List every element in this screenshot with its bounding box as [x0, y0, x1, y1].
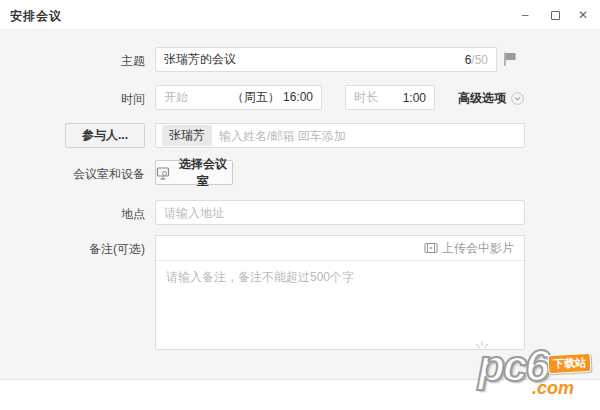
subject-input[interactable] [164, 53, 465, 67]
footer-bar: 取消 安排 [0, 379, 600, 410]
participants-button[interactable]: 参与人... [65, 123, 145, 148]
notes-toolbar: 上传会中影片 [156, 236, 524, 261]
advanced-options-link[interactable]: 高级选项 [458, 90, 524, 107]
window-title: 安排会议 [10, 8, 62, 25]
notes-field: 上传会中影片 [155, 235, 525, 350]
start-time-field[interactable]: 开始 （周五） 16:00 [155, 85, 322, 110]
notes-textarea[interactable] [156, 261, 524, 349]
location-field[interactable] [155, 200, 525, 225]
advanced-options-label: 高级选项 [458, 90, 506, 107]
upload-video-label: 上传会中影片 [442, 240, 514, 257]
select-room-label: 选择会议室 [174, 156, 232, 190]
upload-video-link[interactable]: 上传会中影片 [424, 240, 514, 257]
notes-label: 备注(可选) [60, 241, 145, 258]
location-label: 地点 [60, 206, 145, 223]
minimize-icon[interactable]: – [510, 0, 540, 30]
duration-field[interactable]: 时长 1:00 [345, 85, 435, 110]
upload-film-icon [424, 242, 438, 254]
start-time-placeholder: 开始 [164, 89, 188, 106]
close-icon[interactable]: ✕ [568, 0, 598, 30]
time-label: 时间 [60, 91, 145, 108]
duration-value: 1:00 [403, 91, 426, 105]
participants-input[interactable] [219, 129, 518, 143]
flag-icon[interactable] [502, 51, 518, 67]
meeting-room-screen-icon [156, 166, 170, 180]
chevron-down-circle-icon [511, 92, 524, 105]
participants-field[interactable]: 张瑞芳 [155, 123, 525, 148]
subject-label: 主题 [60, 53, 145, 70]
watermark-badge: 下载站 [548, 353, 592, 374]
char-counter: 6/50 [465, 53, 488, 67]
subject-field[interactable]: 6/50 [155, 47, 497, 72]
titlebar: 安排会议 – ✕ [0, 0, 600, 30]
room-label: 会议室和设备 [60, 166, 145, 183]
participant-tag[interactable]: 张瑞芳 [162, 125, 212, 146]
location-input[interactable] [164, 206, 516, 220]
duration-placeholder: 时长 [354, 89, 378, 106]
maximize-icon[interactable] [540, 0, 570, 30]
start-time-value: （周五） 16:00 [232, 89, 313, 106]
schedule-meeting-dialog: 安排会议 – ✕ 主题 6/50 时间 开始 （周五） 16:00 时长 1:0… [0, 0, 600, 410]
select-room-button[interactable]: 选择会议室 [155, 160, 233, 185]
